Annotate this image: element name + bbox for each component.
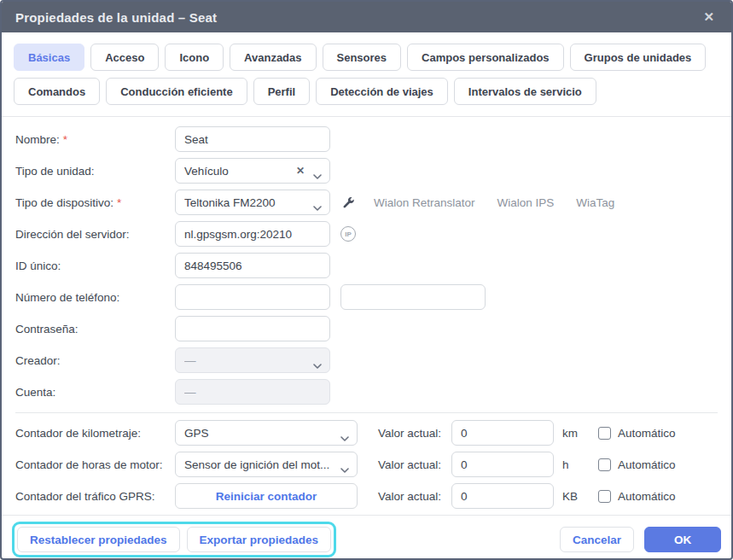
dialog-title: Propiedades de la unidad – Seat bbox=[15, 10, 217, 25]
mileage-counter-label: Contador de kilometraje: bbox=[15, 427, 175, 440]
creator-row: Creador: — bbox=[15, 347, 718, 373]
creator-label: Creador: bbox=[15, 354, 175, 367]
password-input[interactable] bbox=[175, 316, 330, 341]
counters-section: Contador de kilometraje: GPS Valor actua… bbox=[2, 413, 731, 515]
mileage-value-input[interactable] bbox=[451, 420, 554, 446]
required-marker: * bbox=[63, 133, 67, 146]
name-label: Nombre:* bbox=[15, 133, 175, 146]
phone-input-1[interactable] bbox=[175, 284, 330, 310]
mileage-automatic-checkbox[interactable] bbox=[598, 427, 611, 440]
current-value-label: Valor actual: bbox=[378, 490, 451, 503]
device-type-value: Teltonika FM2200 bbox=[184, 196, 307, 209]
name-row: Nombre:* bbox=[15, 126, 718, 152]
chevron-down-icon[interactable] bbox=[340, 463, 349, 475]
engine-hours-source-value: Sensor de ignición del mot... bbox=[184, 458, 335, 471]
account-input bbox=[175, 379, 330, 405]
engine-hours-source-combobox[interactable]: Sensor de ignición del mot... bbox=[175, 452, 358, 477]
mileage-source-combobox[interactable]: GPS bbox=[175, 420, 358, 446]
gprs-traffic-value-input[interactable] bbox=[451, 483, 554, 509]
basic-properties-form: Nombre:* Tipo de unidad: Vehículo ✕ Tipo… bbox=[2, 117, 731, 411]
tab-deteccion-de-viajes[interactable]: Detección de viajes bbox=[316, 78, 448, 105]
engine-hours-automatic-checkbox[interactable] bbox=[598, 458, 611, 471]
server-address-input[interactable] bbox=[175, 221, 330, 247]
tab-conduccion-eficiente[interactable]: Conducción eficiente bbox=[106, 78, 247, 105]
gprs-traffic-automatic-checkbox[interactable] bbox=[598, 490, 611, 503]
automatic-label: Automático bbox=[618, 427, 676, 440]
device-type-row: Tipo de dispositivo:* Teltonika FM2200 W… bbox=[15, 190, 718, 215]
engine-hours-counter-row: Contador de horas de motor: Sensor de ig… bbox=[15, 452, 718, 477]
chevron-down-icon[interactable] bbox=[340, 431, 349, 444]
unique-id-label: ID único: bbox=[15, 260, 175, 272]
close-icon[interactable]: ✕ bbox=[700, 8, 718, 26]
link-wialon-ips[interactable]: Wialon IPS bbox=[497, 196, 555, 209]
tab-acceso[interactable]: Acceso bbox=[90, 44, 159, 71]
chevron-down-icon[interactable] bbox=[313, 201, 322, 213]
device-type-combobox[interactable]: Teltonika FM2200 bbox=[175, 190, 330, 215]
device-links: Wialon Retranslator Wialon IPS WiaTag bbox=[374, 196, 614, 209]
required-marker: * bbox=[117, 196, 121, 209]
name-input[interactable] bbox=[175, 126, 330, 152]
device-type-label: Tipo de dispositivo:* bbox=[15, 196, 175, 209]
tab-avanzadas[interactable]: Avanzadas bbox=[230, 44, 316, 71]
mileage-counter-row: Contador de kilometraje: GPS Valor actua… bbox=[15, 420, 718, 446]
unit-type-value: Vehículo bbox=[184, 165, 307, 178]
chevron-down-icon bbox=[313, 359, 322, 371]
ok-button[interactable]: OK bbox=[644, 527, 721, 552]
reset-traffic-counter-button[interactable]: Reiniciar contador bbox=[175, 483, 358, 509]
server-address-label: Dirección del servidor: bbox=[15, 228, 175, 241]
export-properties-button[interactable]: Exportar propiedades bbox=[187, 527, 332, 552]
tab-campos-personalizados[interactable]: Campos personalizados bbox=[407, 44, 564, 71]
tab-comandos[interactable]: Comandos bbox=[14, 78, 100, 105]
highlight-box: Restablecer propiedades Exportar propied… bbox=[12, 522, 336, 557]
unit-type-label: Tipo de unidad: bbox=[15, 165, 175, 178]
wrench-icon[interactable] bbox=[342, 196, 355, 209]
unit-type-combobox[interactable]: Vehículo ✕ bbox=[175, 158, 330, 184]
gprs-traffic-unit: KB bbox=[562, 490, 591, 503]
creator-combobox: — bbox=[175, 347, 330, 373]
current-value-label: Valor actual: bbox=[378, 458, 451, 471]
unit-type-row: Tipo de unidad: Vehículo ✕ bbox=[15, 158, 718, 184]
reset-properties-button[interactable]: Restablecer propiedades bbox=[17, 527, 180, 552]
link-wiatag[interactable]: WiaTag bbox=[576, 196, 614, 209]
chevron-down-icon[interactable] bbox=[313, 169, 322, 182]
gprs-traffic-counter-row: Contador del tráfico GPRS: Reiniciar con… bbox=[15, 483, 718, 509]
tab-sensores[interactable]: Sensores bbox=[323, 44, 402, 71]
password-label: Contraseña: bbox=[15, 323, 175, 335]
automatic-label: Automático bbox=[618, 490, 676, 503]
tab-intervalos-de-servicio[interactable]: Intervalos de servicio bbox=[454, 78, 596, 105]
footer-actions: Cancelar OK bbox=[560, 527, 721, 552]
unit-properties-dialog: Propiedades de la unidad – Seat ✕ Básica… bbox=[0, 0, 733, 560]
phone-row: Número de teléfono: bbox=[15, 284, 718, 310]
password-row: Contraseña: bbox=[15, 316, 718, 341]
tab-row-1: Básicas Acceso Icono Avanzadas Sensores … bbox=[14, 44, 719, 71]
engine-hours-counter-label: Contador de horas de motor: bbox=[15, 458, 175, 471]
footer-bar: Restablecer propiedades Exportar propied… bbox=[2, 515, 731, 560]
tab-grupos-de-unidades[interactable]: Grupos de unidades bbox=[570, 44, 707, 71]
creator-value: — bbox=[184, 354, 307, 367]
link-wialon-retranslator[interactable]: Wialon Retranslator bbox=[374, 196, 475, 209]
phone-input-2[interactable] bbox=[340, 284, 486, 310]
titlebar: Propiedades de la unidad – Seat ✕ bbox=[2, 2, 731, 32]
engine-hours-value-input[interactable] bbox=[451, 452, 554, 477]
current-value-label: Valor actual: bbox=[378, 427, 451, 440]
engine-hours-unit: h bbox=[562, 458, 591, 471]
unique-id-input[interactable] bbox=[175, 253, 330, 278]
tab-icono[interactable]: Icono bbox=[165, 44, 224, 71]
mileage-unit: km bbox=[562, 427, 591, 440]
tab-row-2: Comandos Conducción eficiente Perfil Det… bbox=[14, 78, 719, 105]
tabs-bar: Básicas Acceso Icono Avanzadas Sensores … bbox=[2, 32, 731, 116]
tab-perfil[interactable]: Perfil bbox=[253, 78, 311, 105]
phone-label: Número de teléfono: bbox=[15, 291, 175, 304]
ip-icon[interactable]: IP bbox=[340, 226, 356, 242]
automatic-label: Automático bbox=[618, 458, 676, 471]
account-row: Cuenta: bbox=[15, 379, 718, 405]
gprs-traffic-counter-label: Contador del tráfico GPRS: bbox=[15, 490, 175, 503]
mileage-source-value: GPS bbox=[184, 427, 335, 440]
cancel-button[interactable]: Cancelar bbox=[560, 527, 634, 552]
server-address-row: Dirección del servidor: IP bbox=[15, 221, 718, 247]
tab-basicas[interactable]: Básicas bbox=[14, 44, 84, 71]
account-label: Cuenta: bbox=[15, 386, 175, 399]
clear-icon[interactable]: ✕ bbox=[296, 165, 305, 177]
unique-id-row: ID único: bbox=[15, 253, 718, 278]
